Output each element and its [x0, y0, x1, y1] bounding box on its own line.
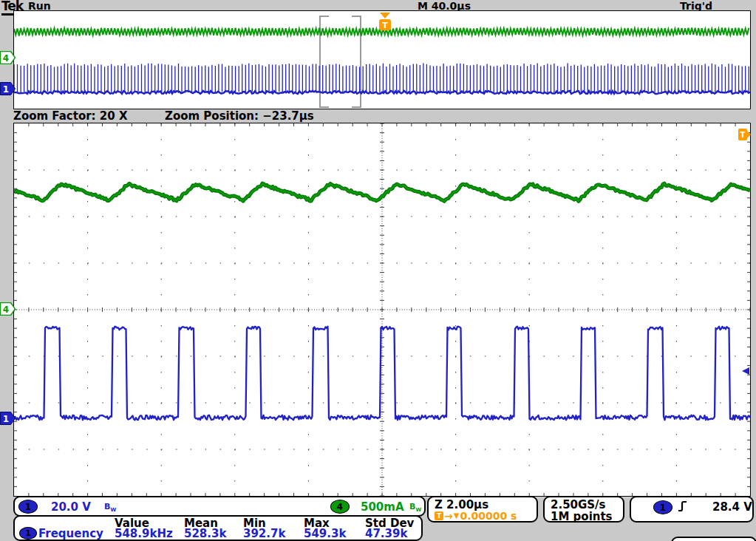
trigger-position-marker[interactable]: T: [378, 13, 392, 33]
zoom-position-label: Zoom Position: −23.7μs: [165, 111, 314, 122]
svg-text:4: 4: [3, 304, 9, 315]
oscilloscope-screen: Tek Run M 40.0μs Trig'd T 4 1 Zoom Facto…: [0, 0, 756, 541]
ch1-badge[interactable]: 1: [18, 500, 38, 514]
svg-text:T: T: [382, 21, 388, 30]
sample-rate: 2.50GS/s: [551, 500, 606, 511]
ch1-bandwidth-limit-icon: BW: [104, 503, 116, 513]
meas-source-badge: 1: [19, 527, 37, 540]
zoom-waveform-plot: [14, 123, 750, 496]
delay-value: 0.00000 s: [460, 511, 517, 521]
meas-stddev: 47.39k: [365, 528, 407, 540]
overview-window: T: [13, 10, 751, 109]
svg-text:4: 4: [3, 53, 9, 64]
meas-name: Frequency: [38, 528, 103, 540]
bw-w: W: [110, 507, 116, 513]
svg-text:1: 1: [3, 84, 9, 95]
ch4-bandwidth-limit-icon: BW: [409, 503, 421, 513]
trigger-level-arrow[interactable]: [741, 367, 750, 375]
delay-marker-icon: ▼: [454, 512, 460, 520]
zoom-timebase-box[interactable]: Z 2.00μs T→▼0.00000 s: [427, 496, 538, 523]
acquisition-info-box[interactable]: 2.50GS/s 1M points: [543, 496, 624, 523]
partial-menu-box[interactable]: [671, 537, 756, 541]
trigger-status: Trig'd: [680, 1, 712, 11]
zoom-factor-label: Zoom Factor: 20 X: [13, 111, 127, 122]
meas-mean: 528.3k: [184, 528, 226, 540]
ch1-scale: 20.0 V: [51, 502, 91, 513]
measurement-box[interactable]: Value Mean Min Max Std Dev 1 Frequency 5…: [13, 515, 423, 541]
trigger-time-flag[interactable]: T: [738, 129, 751, 140]
meas-value: 548.9kHz: [115, 528, 173, 540]
rising-edge-icon: [677, 500, 689, 512]
ch1-pulses-overview: [14, 64, 749, 94]
ch1-marker-overview[interactable]: 1: [0, 82, 16, 95]
meas-max: 549.3k: [304, 528, 346, 540]
ch4-scale: 500mA: [361, 502, 404, 513]
ch4-marker-zoom[interactable]: 4: [0, 302, 16, 316]
zoom-waveform-window: T: [13, 123, 751, 497]
delay-arrow-icon: →: [444, 511, 453, 521]
trigger-level-readout: 28.4 V: [712, 502, 752, 513]
trigger-source-badge[interactable]: 1: [653, 500, 672, 514]
channel-scales-box[interactable]: 1 20.0 V BW 4 500mA BW: [13, 496, 426, 517]
ch1-baseline-overview: [14, 91, 750, 94]
trigger-settings-box[interactable]: 1 28.4 V: [630, 496, 754, 523]
record-length: 1M points: [551, 511, 613, 523]
trigger-t-icon: T: [435, 511, 443, 520]
ch1-marker-zoom[interactable]: 1: [0, 412, 16, 425]
meas-min: 392.7k: [243, 528, 285, 540]
main-timebase-readout: M 40.0μs: [418, 1, 471, 11]
svg-text:1: 1: [3, 414, 9, 424]
acquisition-status: Run: [28, 1, 51, 11]
bw-w: W: [415, 507, 421, 513]
ch4-badge[interactable]: 4: [330, 500, 350, 514]
zoom-timebase-readout: Z 2.00μs: [435, 500, 488, 511]
ch4-marker-overview[interactable]: 4: [0, 51, 16, 64]
svg-text:T: T: [740, 131, 746, 139]
trigger-delay-readout: T→▼0.00000 s: [435, 511, 517, 521]
